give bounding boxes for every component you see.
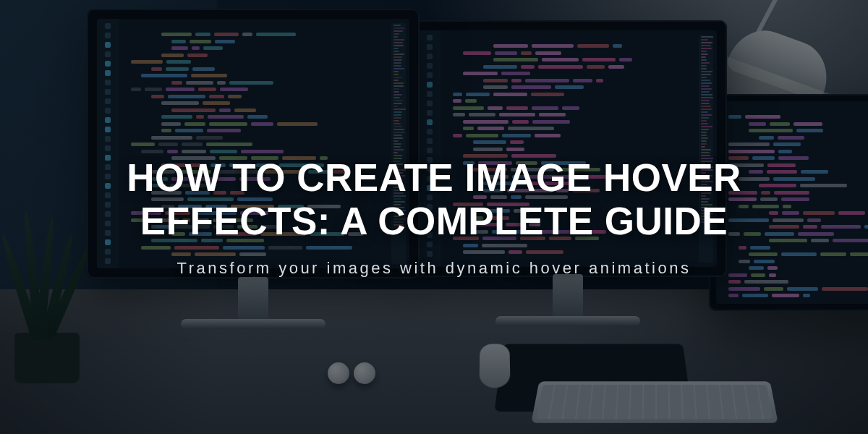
hero-banner: HOW TO CREATE IMAGE HOVER EFFECTS: A COM…	[0, 0, 868, 434]
hero-subtitle: Transform your images with dynamic hover…	[177, 259, 692, 278]
hero-title: HOW TO CREATE IMAGE HOVER EFFECTS: A COM…	[80, 156, 788, 244]
text-overlay: HOW TO CREATE IMAGE HOVER EFFECTS: A COM…	[0, 0, 868, 434]
